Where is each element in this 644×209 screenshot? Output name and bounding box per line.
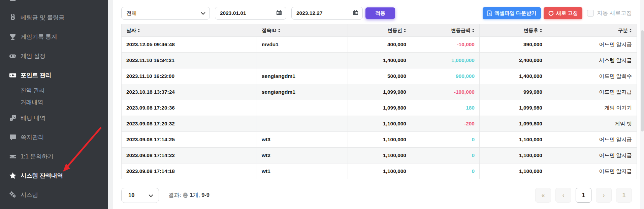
column-label: 변동후 <box>524 27 539 34</box>
sidebar-item-label: 포인트 관리 <box>21 71 51 79</box>
table-row[interactable]: 2023.09.08 17:14:18 wt1 1,100,000 0 1,10… <box>122 163 637 179</box>
auto-refresh-checkbox[interactable] <box>587 10 594 17</box>
sidebar-item-game-record-stats[interactable]: 게임기록 통계 <box>0 27 108 46</box>
table-row[interactable]: 2023.09.08 17:14:25 wt3 1,100,000 0 1,10… <box>122 132 637 148</box>
cell-login-id: wt1 <box>257 163 348 179</box>
gears-icon <box>9 191 17 199</box>
pagination-first-button[interactable]: « <box>535 188 551 203</box>
category-filter-value: 전체 <box>126 10 137 17</box>
cell-login-id: mvdu1 <box>257 37 348 53</box>
column-header-before[interactable]: 변동전 <box>348 24 411 37</box>
cell-before-amount: 1,099,980 <box>348 84 411 100</box>
cell-after-amount: 1,099,980 <box>480 100 547 116</box>
sidebar-item-inquiry[interactable]: 1:1 문의하기 <box>0 147 108 166</box>
cell-category: 어드민 알지급 <box>547 148 637 163</box>
result-range: 9-9 <box>201 192 210 198</box>
column-header-login-id[interactable]: 접속ID <box>257 24 348 37</box>
table-body: 2023.12.05 09:46:48 mvdu1 400,000 -10,00… <box>122 37 637 179</box>
result-mid: 개, <box>193 192 201 198</box>
trophy-icon <box>9 33 17 40</box>
category-filter-select[interactable]: 전체 <box>121 7 210 20</box>
cell-date: 2023.09.08 17:14:22 <box>122 148 257 163</box>
sidebar-item-label: 게임기록 통계 <box>21 33 57 41</box>
cell-date: 2023.11.10 16:23:00 <box>122 68 257 84</box>
cell-login-id: wt3 <box>257 132 348 148</box>
pagination-last-button[interactable]: 1 <box>616 188 632 203</box>
sidebar-item-balance-management[interactable]: 잔액 관리 <box>0 85 108 96</box>
column-header-change-amount[interactable]: 변동금액 <box>411 24 480 37</box>
column-label: 변동금액 <box>451 27 471 34</box>
cell-change-amount: 180 <box>411 100 480 116</box>
table-row[interactable]: 2023.09.08 17:20:32 1,100,000 -200 1,099… <box>122 116 637 132</box>
pagination-next-button[interactable]: › <box>596 188 612 203</box>
cell-category: 어드민 알지급 <box>547 37 637 53</box>
sort-icon <box>278 29 281 32</box>
cell-change-amount: -200 <box>411 116 480 132</box>
refresh-icon <box>548 10 554 16</box>
excel-file-icon <box>487 10 492 16</box>
cell-before-amount: 1,100,000 <box>348 116 411 132</box>
sidebar-item-betting-history[interactable]: 베팅 내역 <box>0 108 108 127</box>
column-header-after[interactable]: 변동후 <box>480 24 547 37</box>
comment-icon <box>9 133 17 141</box>
sidebar-item-point-management[interactable]: 포인트 관리 <box>0 65 108 85</box>
money-bill-icon <box>9 71 17 79</box>
sidebar-menu: 베팅금 및 롤링금 게임기록 통계 게임 설정 포인트 관리 잔액 관리 거래내… <box>0 0 108 204</box>
apply-button-label: 적용 <box>375 10 385 17</box>
pagination-prev-button[interactable]: ‹ <box>555 188 571 203</box>
sidebar-item-game-settings[interactable]: 게임 설정 <box>0 46 108 65</box>
cell-change-amount: 0 <box>411 132 480 148</box>
sort-icon <box>404 29 406 32</box>
cell-login-id <box>257 100 348 116</box>
page-size-select[interactable]: 10 <box>121 188 159 203</box>
sidebar-item-label: 잔액 관리 <box>21 87 45 94</box>
result-prefix: 결과: 총 <box>168 192 190 198</box>
sidebar-item-message-management[interactable]: 쪽지관리 <box>0 127 108 147</box>
date-to-value: 2023.12.27 <box>296 10 323 16</box>
refresh-button[interactable]: 새로 고침 <box>544 7 582 19</box>
sort-icon <box>540 29 542 32</box>
sidebar-item-system[interactable]: 시스템 <box>0 185 108 204</box>
pagination-current-page[interactable]: 1 <box>576 188 591 203</box>
cell-date: 2023.09.08 17:14:18 <box>122 163 257 179</box>
cell-login-id <box>257 53 348 68</box>
apply-button[interactable]: 적용 <box>365 7 395 19</box>
cell-after-amount: 1,100,000 <box>480 148 547 163</box>
date-to-input[interactable]: 2023.12.27 <box>291 7 363 20</box>
sidebar-item-label: 시스템 <box>21 191 38 199</box>
excel-download-button[interactable]: 엑셀파일 다운받기 <box>483 7 541 19</box>
sidebar-item-cropped[interactable] <box>0 0 108 8</box>
sidebar-item-transaction-history[interactable]: 거래내역 <box>0 96 108 108</box>
table-row[interactable]: 2023.11.10 16:34:21 1,400,000 1,000,000 … <box>122 53 637 68</box>
cell-login-id <box>257 116 348 132</box>
table-header-row: 날짜 접속ID 변동전 변동금액 변동후 구분 <box>122 24 637 37</box>
excel-download-label: 엑셀파일 다운받기 <box>494 10 536 17</box>
page-scrollbar[interactable] <box>640 0 644 209</box>
sidebar-item-system-balance-history[interactable]: 시스템 잔액내역 <box>0 166 108 185</box>
column-header-category[interactable]: 구분 <box>547 24 637 37</box>
column-header-date[interactable]: 날짜 <box>122 24 257 37</box>
table-row[interactable]: 2023.12.05 09:46:48 mvdu1 400,000 -10,00… <box>122 37 637 53</box>
table-row[interactable]: 2023.09.08 17:14:22 wt2 1,100,000 0 1,10… <box>122 148 637 163</box>
dice-icon <box>9 114 17 122</box>
sidebar-item-label: 쪽지관리 <box>21 133 44 141</box>
cell-category: 어드민 알지급 <box>547 84 637 100</box>
sidebar-item-label: 시스템 잔액내역 <box>21 172 63 180</box>
table-row[interactable]: 2023.10.18 13:37:24 sengiangdm1 1,099,98… <box>122 84 637 100</box>
column-label: 변동전 <box>388 27 402 34</box>
cell-change-amount: 0 <box>411 163 480 179</box>
table-row[interactable]: 2023.11.10 16:23:00 sengiangdm1 500,000 … <box>122 68 637 84</box>
cell-before-amount: 1,100,000 <box>348 132 411 148</box>
scrollbar-thumb[interactable] <box>641 30 644 131</box>
date-from-input[interactable]: 2023.01.01 <box>215 7 286 20</box>
cell-after-amount: 1,400,000 <box>480 68 547 84</box>
table-row[interactable]: 2023.09.08 17:20:36 1,099,800 180 1,099,… <box>122 100 637 116</box>
sort-icon <box>472 29 475 32</box>
cell-before-amount: 400,000 <box>348 37 411 53</box>
cell-date: 2023.10.18 13:37:24 <box>122 84 257 100</box>
cell-before-amount: 1,100,000 <box>348 163 411 179</box>
table-footer: 10 결과: 총 1개, 9-9 « ‹ 1 › 1 <box>121 187 632 203</box>
cell-before-amount: 1,099,800 <box>348 100 411 116</box>
sidebar-item-betting-rolling[interactable]: 베팅금 및 롤링금 <box>0 8 108 27</box>
unknown-icon <box>9 0 17 2</box>
